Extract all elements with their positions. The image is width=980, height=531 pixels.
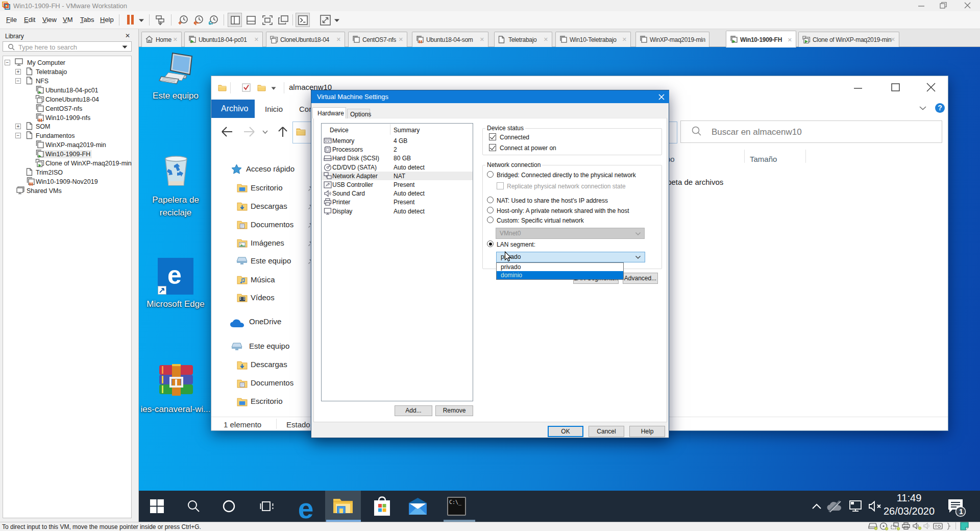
svg-text:C:\_: C:\_ [449,499,462,505]
svg-text:1: 1 [959,508,963,516]
